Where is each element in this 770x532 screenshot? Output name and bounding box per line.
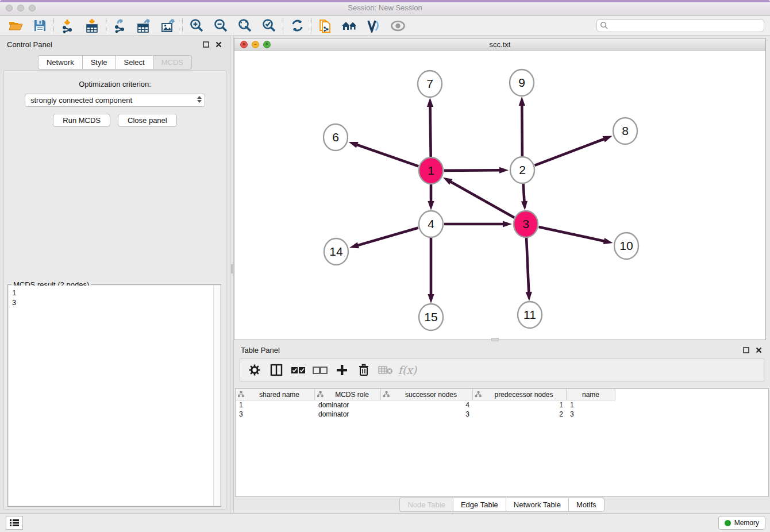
list-icon <box>10 519 19 527</box>
edge-arrowhead <box>349 142 359 148</box>
select-stepper-icon <box>197 96 202 103</box>
cell-MCDS-role[interactable]: dominator <box>315 400 381 410</box>
vizmapper-button[interactable] <box>361 17 386 34</box>
result-scrollbar[interactable] <box>213 286 220 506</box>
export-table-button[interactable] <box>132 17 156 34</box>
float-table-panel-icon[interactable] <box>741 345 750 354</box>
tab-network[interactable]: Network <box>38 55 82 70</box>
edge-arrowhead <box>428 294 434 303</box>
node-table-header[interactable]: shared nameMCDS rolesuccessor nodesprede… <box>236 389 768 400</box>
table-row[interactable]: 1dominator411 <box>236 400 768 410</box>
cell-predecessor-nodes[interactable]: 1 <box>473 400 567 410</box>
zoom-fit-button[interactable] <box>233 17 257 34</box>
import-network-button[interactable] <box>56 17 80 34</box>
network-window-titlebar[interactable]: scc.txt × − + <box>234 38 765 51</box>
column-header-shared-name[interactable]: shared name <box>236 389 315 400</box>
delete-table-button[interactable] <box>376 361 395 379</box>
table-row[interactable]: 3dominator323 <box>236 410 768 419</box>
network-graph[interactable]: 1234678910111415 <box>234 51 765 340</box>
cell-successor-nodes[interactable]: 3 <box>381 410 473 419</box>
edge-1-7[interactable] <box>430 106 431 157</box>
search-input[interactable] <box>609 22 764 30</box>
show-hide-button[interactable] <box>386 17 410 34</box>
table-settings-button[interactable] <box>245 361 264 379</box>
cell-predecessor-nodes[interactable]: 2 <box>473 410 567 419</box>
deselect-all-columns-button[interactable] <box>310 361 330 379</box>
memory-status-icon <box>725 520 731 526</box>
tab-mcds[interactable]: MCDS <box>153 55 192 70</box>
panel-divider[interactable] <box>230 36 234 513</box>
tab-node-table[interactable]: Node Table <box>399 498 453 512</box>
memory-button[interactable]: Memory <box>718 516 765 530</box>
column-type-icon <box>383 391 390 398</box>
close-panel-icon[interactable] <box>214 40 223 49</box>
clone-network-button[interactable] <box>313 17 337 34</box>
network-canvas[interactable]: 1234678910111415 <box>234 51 765 340</box>
run-mcds-button[interactable]: Run MCDS <box>53 114 110 127</box>
float-panel-icon[interactable] <box>201 40 210 49</box>
tab-motifs[interactable]: Motifs <box>568 498 605 512</box>
edge-3-10[interactable] <box>538 227 605 241</box>
zoom-in-button[interactable] <box>184 17 209 34</box>
refresh-icon <box>290 18 305 33</box>
mcds-result-list: 1 3 <box>9 286 213 506</box>
select-all-columns-button[interactable] <box>288 361 308 379</box>
open-session-button[interactable] <box>3 17 28 34</box>
table-panel-header: Table Panel <box>234 342 770 357</box>
zoom-selected-button[interactable] <box>257 17 281 34</box>
column-header-predecessor-nodes[interactable]: predecessor nodes <box>473 389 567 400</box>
node-label-9: 9 <box>518 76 525 89</box>
plus-icon <box>336 364 348 376</box>
column-header-successor-nodes[interactable]: successor nodes <box>381 389 473 400</box>
table-panel-title: Table Panel <box>241 346 738 354</box>
edge-3-11[interactable] <box>526 237 529 293</box>
node-table[interactable]: shared nameMCDS rolesuccessor nodesprede… <box>235 388 769 497</box>
show-columns-button[interactable] <box>267 361 286 379</box>
edge-3-1[interactable] <box>450 182 514 218</box>
delete-column-button[interactable] <box>354 361 374 379</box>
edge-2-3[interactable] <box>523 183 524 202</box>
import-table-button[interactable] <box>80 17 104 34</box>
gear-icon <box>249 364 260 376</box>
zoom-out-button[interactable] <box>209 17 233 34</box>
cell-shared-name[interactable]: 1 <box>236 400 315 410</box>
save-session-button[interactable] <box>28 17 52 34</box>
cell-MCDS-role[interactable]: dominator <box>315 410 381 419</box>
app-title: Session: New Session <box>0 3 770 12</box>
cell-name[interactable]: 3 <box>567 410 615 419</box>
control-panel-title: Control Panel <box>7 40 198 49</box>
edge-1-6[interactable] <box>356 145 418 167</box>
add-column-button[interactable] <box>332 361 352 379</box>
column-header-MCDS-role[interactable]: MCDS role <box>315 389 381 400</box>
zoom-out-icon <box>213 18 228 33</box>
refresh-button[interactable] <box>285 17 309 34</box>
close-panel-button[interactable]: Close panel <box>118 114 177 127</box>
edge-2-8[interactable] <box>535 138 605 165</box>
column-header-name[interactable]: name <box>567 389 615 400</box>
tab-select[interactable]: Select <box>116 55 153 70</box>
edge-4-14[interactable] <box>357 228 418 245</box>
tab-edge-table[interactable]: Edge Table <box>453 498 506 512</box>
export-network-button[interactable] <box>108 17 132 34</box>
search-field[interactable] <box>596 19 764 32</box>
window-accent-strip <box>0 0 770 2</box>
home-button[interactable] <box>337 17 361 34</box>
task-history-button[interactable] <box>6 516 23 530</box>
edge-2-9[interactable] <box>522 105 522 157</box>
cell-name[interactable]: 1 <box>567 400 615 410</box>
node-table-body[interactable]: 1dominator4113dominator323 <box>236 400 768 419</box>
divider-grip[interactable] <box>231 264 233 273</box>
memory-label: Memory <box>734 519 759 527</box>
export-image-button[interactable] <box>156 17 180 34</box>
tab-style[interactable]: Style <box>82 55 116 70</box>
network-split-grip[interactable] <box>491 338 499 341</box>
edge-arrowhead <box>503 221 512 227</box>
tab-network-table[interactable]: Network Table <box>506 498 568 512</box>
optimization-criterion-select[interactable]: strongly connected component <box>25 94 205 107</box>
export-image-icon <box>160 18 176 33</box>
cell-shared-name[interactable]: 3 <box>236 410 315 419</box>
close-table-panel-icon[interactable] <box>754 345 763 354</box>
cell-successor-nodes[interactable]: 4 <box>381 400 473 410</box>
edge-1-2[interactable] <box>444 170 500 171</box>
function-builder-button[interactable]: f(x) <box>398 361 417 379</box>
